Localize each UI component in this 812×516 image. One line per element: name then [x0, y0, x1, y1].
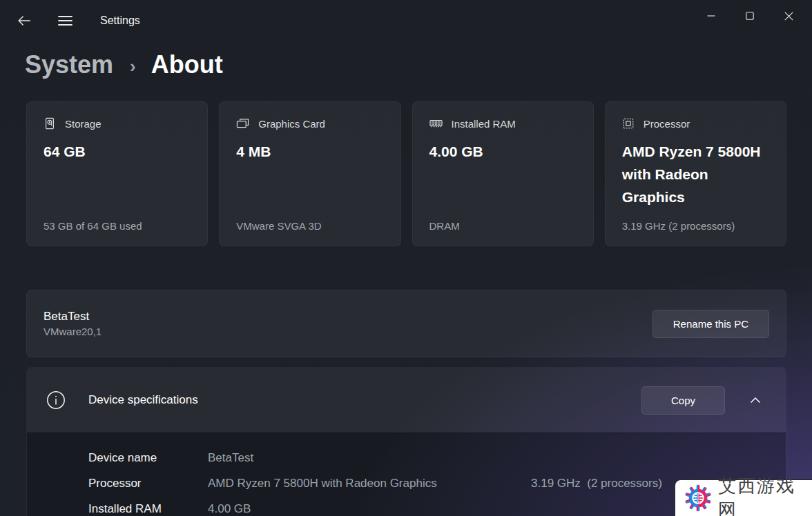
- card-value: 4 MB: [236, 141, 383, 163]
- processor-card: Processor AMD Ryzen 7 5800H with Radeon …: [605, 101, 786, 246]
- watermark-text: 艾西游戏网: [718, 474, 812, 516]
- processor-icon: [622, 117, 635, 130]
- watermark-gear-logo-icon: [684, 484, 712, 512]
- titlebar: Settings: [0, 0, 812, 41]
- breadcrumb: System › About: [25, 46, 812, 84]
- minimize-button[interactable]: [692, 0, 731, 32]
- page-title: About: [151, 50, 223, 79]
- spec-label: Device name: [88, 451, 208, 465]
- card-label: Storage: [65, 118, 102, 130]
- hamburger-icon: [58, 14, 72, 27]
- watermark: 艾西游戏网: [674, 479, 812, 516]
- maximize-button[interactable]: [731, 0, 769, 32]
- info-icon: [46, 390, 66, 410]
- spec-label: Processor: [88, 477, 208, 490]
- device-specifications-content: Device name BetaTest Processor AMD Ryzen…: [27, 433, 786, 516]
- copy-button[interactable]: Copy: [641, 386, 725, 415]
- minimize-icon: [707, 12, 715, 20]
- card-value: 64 GB: [44, 141, 191, 163]
- close-icon: [784, 12, 793, 21]
- ram-icon: [429, 117, 443, 130]
- back-button[interactable]: [10, 8, 38, 33]
- card-caption: 3.19 GHz (2 processors): [622, 220, 769, 232]
- device-name: BetaTest: [44, 310, 102, 324]
- device-specifications-header[interactable]: Device specifications Copy: [27, 368, 786, 433]
- back-arrow-icon: [17, 13, 32, 28]
- storage-card: Storage 64 GB 53 GB of 64 GB used: [26, 101, 208, 246]
- card-caption: 53 GB of 64 GB used: [44, 220, 191, 232]
- breadcrumb-system[interactable]: System: [25, 50, 113, 79]
- maximize-icon: [746, 12, 754, 20]
- spec-value: AMD Ryzen 7 5800H with Radeon Graphics: [208, 477, 531, 490]
- rename-pc-card: BetaTest VMware20,1 Rename this PC: [26, 290, 786, 357]
- breadcrumb-separator-icon: ›: [130, 56, 136, 77]
- spec-value: 4.00 GB: [208, 502, 531, 516]
- graphics-card-icon: [236, 117, 249, 130]
- rename-pc-button[interactable]: Rename this PC: [652, 310, 769, 338]
- spec-row-installed-ram: Installed RAM 4.00 GB: [88, 496, 769, 516]
- card-caption: VMware SVGA 3D: [236, 220, 383, 232]
- close-button[interactable]: [769, 0, 808, 32]
- app-title: Settings: [100, 14, 140, 27]
- installed-ram-card: Installed RAM 4.00 GB DRAM: [412, 101, 594, 246]
- device-specifications-expander: Device specifications Copy Device name B…: [26, 367, 786, 516]
- chevron-up-icon[interactable]: [746, 390, 765, 410]
- card-label: Graphics Card: [258, 118, 325, 130]
- card-value: 4.00 GB: [429, 141, 577, 163]
- spec-cards-row: Storage 64 GB 53 GB of 64 GB used Graphi…: [26, 101, 786, 246]
- card-value: AMD Ryzen 7 5800H with Radeon Graphics: [622, 141, 769, 209]
- device-model: VMware20,1: [44, 326, 102, 337]
- graphics-card-card: Graphics Card 4 MB VMware SVGA 3D: [219, 101, 400, 246]
- card-label: Installed RAM: [452, 118, 516, 130]
- storage-icon: [44, 117, 56, 130]
- spec-row-processor: Processor AMD Ryzen 7 5800H with Radeon …: [88, 470, 769, 496]
- menu-button[interactable]: [51, 8, 79, 33]
- card-label: Processor: [644, 118, 690, 130]
- spec-row-device-name: Device name BetaTest: [88, 445, 769, 470]
- device-specifications-title: Device specifications: [88, 393, 198, 407]
- spec-value: BetaTest: [208, 451, 531, 465]
- spec-label: Installed RAM: [88, 502, 208, 516]
- card-caption: DRAM: [429, 220, 577, 232]
